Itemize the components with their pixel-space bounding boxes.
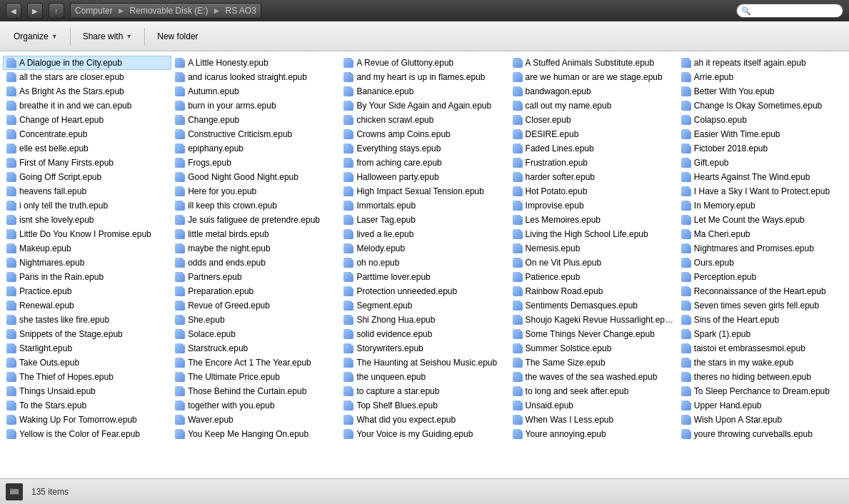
list-item[interactable]: By Your Side Again and Again.epub: [340, 99, 508, 113]
list-item[interactable]: and my heart is up in flames.epub: [340, 70, 508, 84]
list-item[interactable]: A Stuffed Animals Substitute.epub: [509, 56, 678, 70]
list-item[interactable]: Renewal.epub: [3, 298, 171, 313]
list-item[interactable]: Gift.epub: [678, 156, 846, 170]
list-item[interactable]: DESIRE.epub: [509, 127, 678, 141]
list-item[interactable]: You Keep Me Hanging On.epub: [171, 427, 340, 441]
list-item[interactable]: A Revue of Gluttony.epub: [340, 56, 508, 70]
list-item[interactable]: Je suis fatiguee de pretendre.epub: [171, 213, 340, 227]
list-item[interactable]: Bananice.epub: [340, 84, 508, 99]
list-item[interactable]: lived a lie.epub: [340, 227, 508, 241]
list-item[interactable]: Youre annoying.epub: [509, 427, 678, 441]
list-item[interactable]: Going Off Script.epub: [3, 170, 171, 184]
list-item[interactable]: Immortals.epub: [340, 198, 508, 213]
list-item[interactable]: together with you.epub: [171, 398, 340, 413]
list-item[interactable]: Waking Up For Tomorrow.epub: [3, 413, 171, 427]
list-item[interactable]: maybe the night.epub: [171, 241, 340, 256]
list-item[interactable]: Arrie.epub: [678, 70, 846, 84]
list-item[interactable]: Shi Zhong Hua.epub: [340, 313, 508, 327]
list-item[interactable]: the waves of the sea washed.epub: [509, 370, 678, 384]
list-item[interactable]: the unqueen.epub: [340, 370, 508, 384]
list-item[interactable]: Segment.epub: [340, 298, 508, 313]
list-item[interactable]: Crowns amp Coins.epub: [340, 127, 508, 141]
path-computer[interactable]: Computer: [75, 6, 113, 16]
list-item[interactable]: Autumn.epub: [171, 84, 340, 99]
list-item[interactable]: Partners.epub: [171, 270, 340, 284]
list-item[interactable]: little metal birds.epub: [171, 227, 340, 241]
list-item[interactable]: to capture a star.epub: [340, 384, 508, 398]
new-folder-button[interactable]: New folder: [149, 25, 206, 48]
list-item[interactable]: Wish Upon A Star.epub: [678, 413, 846, 427]
list-item[interactable]: Frustration.epub: [509, 156, 678, 170]
list-item[interactable]: burn in your arms.epub: [171, 99, 340, 113]
list-item[interactable]: Everything stays.epub: [340, 141, 508, 156]
list-item[interactable]: Improvise.epub: [509, 198, 678, 213]
list-item[interactable]: harder softer.epub: [509, 170, 678, 184]
list-item[interactable]: Take Outs.epub: [3, 356, 171, 370]
up-button[interactable]: ↑: [49, 3, 64, 19]
list-item[interactable]: Protection unneeded.epub: [340, 284, 508, 298]
list-item[interactable]: chicken scrawl.epub: [340, 113, 508, 127]
list-item[interactable]: Snippets of the Stage.epub: [3, 327, 171, 341]
list-item[interactable]: Starstruck.epub: [171, 341, 340, 356]
list-item[interactable]: Laser Tag.epub: [340, 213, 508, 227]
list-item[interactable]: Preparation.epub: [171, 284, 340, 298]
list-item[interactable]: Rainbow Road.epub: [509, 284, 678, 298]
list-item[interactable]: heavens fall.epub: [3, 184, 171, 198]
list-item[interactable]: When Was I Less.epub: [509, 413, 678, 427]
list-item[interactable]: Sentiments Demasques.epub: [509, 298, 678, 313]
list-item[interactable]: taistoi et embrassesmoi.epub: [678, 341, 846, 356]
list-item[interactable]: Revue of Greed.epub: [171, 298, 340, 313]
list-item[interactable]: oh no.epub: [340, 256, 508, 270]
list-item[interactable]: Starlight.epub: [3, 341, 171, 356]
list-item[interactable]: elle est belle.epub: [3, 141, 171, 156]
list-item[interactable]: Halloween party.epub: [340, 170, 508, 184]
list-item[interactable]: To Sleep Perchance to Dream.epub: [678, 384, 846, 398]
list-item[interactable]: Les Memoires.epub: [509, 213, 678, 227]
list-item[interactable]: Things Unsaid.epub: [3, 384, 171, 398]
list-item[interactable]: isnt she lovely.epub: [3, 213, 171, 227]
list-item[interactable]: Faded Lines.epub: [509, 141, 678, 156]
list-item[interactable]: Seven times seven girls fell.epub: [678, 298, 846, 313]
list-item[interactable]: High Impact Sexual Tension.epub: [340, 184, 508, 198]
list-item[interactable]: i only tell the truth.epub: [3, 198, 171, 213]
list-item[interactable]: call out my name.epub: [509, 99, 678, 113]
list-item[interactable]: A Dialogue in the City.epub: [3, 56, 171, 70]
list-item[interactable]: Ma Cheri.epub: [678, 227, 846, 241]
list-item[interactable]: the stars in my wake.epub: [678, 356, 846, 370]
list-item[interactable]: Your Voice is my Guiding.epub: [340, 427, 508, 441]
list-item[interactable]: Ours.epub: [678, 256, 846, 270]
list-item[interactable]: Frogs.epub: [171, 156, 340, 170]
list-item[interactable]: What did you expect.epub: [340, 413, 508, 427]
search-bar[interactable]: 🔍: [736, 4, 843, 18]
list-item[interactable]: Constructive Criticism.epub: [171, 127, 340, 141]
list-item[interactable]: The Thief of Hopes.epub: [3, 370, 171, 384]
list-item[interactable]: Nightmares.epub: [3, 256, 171, 270]
list-item[interactable]: She.epub: [171, 313, 340, 327]
list-item[interactable]: Waver.epub: [171, 413, 340, 427]
share-with-button[interactable]: Share with ▼: [75, 25, 141, 48]
back-button[interactable]: ◀: [6, 3, 21, 19]
path-folder[interactable]: RS AO3: [226, 6, 256, 16]
path-drive[interactable]: Removable Disk (E:): [130, 6, 209, 16]
list-item[interactable]: Fictober 2018.epub: [678, 141, 846, 156]
list-item[interactable]: Parttime lover.epub: [340, 270, 508, 284]
list-item[interactable]: Closer.epub: [509, 113, 678, 127]
list-item[interactable]: to long and seek after.epub: [509, 384, 678, 398]
list-item[interactable]: Let Me Count the Ways.epub: [678, 213, 846, 227]
list-item[interactable]: Unsaid.epub: [509, 398, 678, 413]
list-item[interactable]: Patience.epub: [509, 270, 678, 284]
list-item[interactable]: Sins of the Heart.epub: [678, 313, 846, 327]
list-item[interactable]: A Little Honesty.epub: [171, 56, 340, 70]
list-item[interactable]: Melody.epub: [340, 241, 508, 256]
list-item[interactable]: Change of Heart.epub: [3, 113, 171, 127]
list-item[interactable]: Summer Solstice.epub: [509, 341, 678, 356]
file-list[interactable]: A Dialogue in the City.epubA Little Hone…: [0, 51, 849, 478]
list-item[interactable]: The Haunting at Seishou Music.epub: [340, 356, 508, 370]
list-item[interactable]: Change Is Okay Sometimes.epub: [678, 99, 846, 113]
list-item[interactable]: Easier With Time.epub: [678, 127, 846, 141]
list-item[interactable]: epiphany.epub: [171, 141, 340, 156]
list-item[interactable]: Nemesis.epub: [509, 241, 678, 256]
list-item[interactable]: On ne Vit Plus.epub: [509, 256, 678, 270]
list-item[interactable]: she tastes like fire.epub: [3, 313, 171, 327]
list-item[interactable]: In Memory.epub: [678, 198, 846, 213]
